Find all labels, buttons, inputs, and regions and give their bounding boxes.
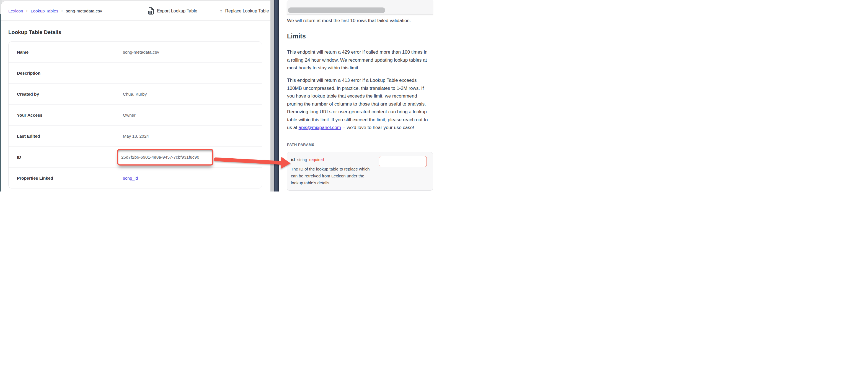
detail-row-id: ID 25d7f2b6-6901-4e8a-9457-7cbf931f8c90 (8, 147, 262, 168)
row-value: May 13, 2024 (123, 134, 149, 139)
path-params-label: PATH PARAMS (287, 143, 314, 147)
detail-row-created-by: Created by Chua, Kurby (8, 84, 262, 105)
row-label: Created by (17, 92, 123, 97)
breadcrumb-link-lexicon[interactable]: Lexicon (8, 8, 23, 13)
docs-intro-text: We will return at most the first 10 rows… (287, 17, 411, 25)
limits-heading: Limits (287, 32, 306, 40)
docs-horizontal-scrollbar-track[interactable] (287, 0, 433, 15)
row-label: Last Edited (17, 134, 123, 139)
param-name: id (291, 157, 295, 162)
lookup-table-details-panel: Lexicon › Lookup Tables › song-metadata.… (1, 1, 271, 192)
row-value: song-metadata.csv (123, 50, 159, 55)
docs-panel: We will return at most the first 10 rows… (279, 0, 434, 192)
param-header: id string required (291, 157, 324, 162)
replace-button-label: Replace Lookup Table (225, 8, 269, 13)
left-panel-scrollbar[interactable] (271, 0, 274, 192)
svg-text:csv: csv (149, 11, 152, 14)
detail-row-description: Description (8, 63, 262, 84)
window-divider (274, 0, 279, 192)
row-label: Name (17, 50, 123, 55)
detail-row-properties-linked: Properties Linked song_id (8, 168, 262, 189)
upload-arrow-icon: ↑ (220, 8, 222, 13)
paragraph-413-text-after: -- we'd love to hear your use case! (341, 125, 414, 130)
detail-row-name: Name song-metadata.csv (8, 42, 262, 63)
paragraph-413-text: This endpoint will return a 413 error if… (287, 78, 428, 130)
apis-email-link[interactable]: apis@mixpanel.com (299, 125, 341, 130)
row-label: Properties Linked (17, 176, 123, 181)
param-description: The ID of the lookup table to replace wh… (291, 166, 373, 186)
breadcrumb-current: song-metadata.csv (66, 8, 102, 13)
csv-file-icon: csv (148, 7, 154, 15)
row-value: Owner (123, 113, 135, 118)
panel-header: Lexicon › Lookup Tables › song-metadata.… (1, 1, 271, 21)
id-param-input[interactable] (379, 156, 427, 167)
details-card: Name song-metadata.csv Description Creat… (8, 41, 262, 188)
row-label: ID (17, 155, 123, 160)
detail-row-last-edited: Last Edited May 13, 2024 (8, 126, 262, 147)
param-type: string (297, 158, 307, 162)
export-lookup-table-button[interactable]: csv Export Lookup Table (148, 1, 197, 21)
scrollbar-thumb[interactable] (288, 7, 385, 13)
page-title: Lookup Table Details (8, 29, 61, 35)
row-value: Chua, Kurby (123, 92, 147, 97)
id-annotation-highlight-box: 25d7f2b6-6901-4e8a-9457-7cbf931f8c90 (117, 149, 213, 166)
chevron-right-icon: › (26, 8, 27, 13)
param-required-badge: required (309, 158, 324, 162)
chevron-right-icon: › (61, 8, 63, 13)
linked-property-link[interactable]: song_id (123, 176, 138, 181)
docs-paragraph-429: This endpoint will return a 429 error if… (287, 48, 431, 72)
path-param-card: id string required The ID of the lookup … (287, 152, 433, 191)
breadcrumb-link-lookup-tables[interactable]: Lookup Tables (31, 8, 58, 13)
row-label: Your Access (17, 113, 123, 118)
row-label: Description (17, 71, 123, 76)
screenshot-root: Lexicon › Lookup Tables › song-metadata.… (0, 0, 434, 192)
detail-row-your-access: Your Access Owner (8, 105, 262, 126)
export-button-label: Export Lookup Table (157, 8, 197, 13)
lookup-table-id-value: 25d7f2b6-6901-4e8a-9457-7cbf931f8c90 (121, 155, 199, 160)
replace-lookup-table-button[interactable]: ↑ Replace Lookup Table (220, 1, 269, 21)
docs-paragraph-413: This endpoint will return a 413 error if… (287, 76, 431, 132)
breadcrumb: Lexicon › Lookup Tables › song-metadata.… (8, 1, 102, 21)
